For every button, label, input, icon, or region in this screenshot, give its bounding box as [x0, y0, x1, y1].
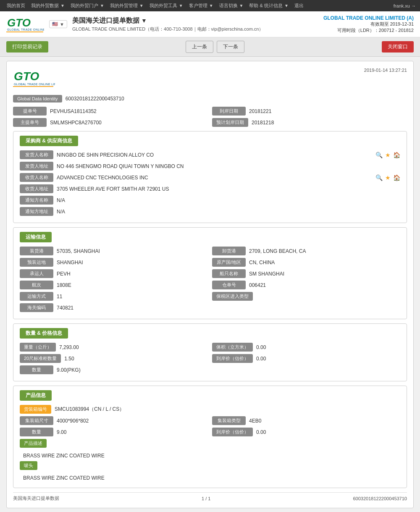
title-dropdown-arrow[interactable]: ▼: [141, 17, 147, 24]
bill-timestamp: 2019-01-14 13:27:21: [364, 68, 407, 73]
container-no-value: SMCU1083994（CN / L / CS）: [55, 406, 400, 413]
nav-foreign-tools[interactable]: 我的外贸工具 ▼: [147, 2, 186, 10]
nav-logout[interactable]: 退出: [292, 2, 306, 10]
prod-desc-label: 产品描述: [20, 439, 47, 448]
flag-dropdown-arrow: ▼: [60, 22, 64, 27]
consignee-name-row: 收货人名称 ADVANCED CNC TECHNOLOGIES INC 🔍 ★ …: [20, 173, 400, 182]
ldr-range: 可用时段（LDR）：200712 - 201812: [323, 27, 414, 34]
top-navigation: 我的首页 我的外贸数据 ▼ 我的外贸门户 ▼ 我的外贸管理 ▼ 我的外贸工具 ▼…: [0, 0, 420, 11]
container-no-label: 货装箱编号: [20, 405, 51, 414]
product-section: 产品信息 货装箱编号 SMCU1083994（CN / L / CS） 集装箱尺…: [13, 386, 407, 488]
toolbar-right: 关闭窗口: [382, 41, 414, 53]
bill-logo-svg: GTO GLOBAL TRADE ONLINE LIMITED: [13, 68, 55, 89]
print-button[interactable]: 打印货易记录: [6, 41, 48, 53]
marks-text: BRASS WIRE ZINC COATED WIRE: [20, 473, 400, 483]
prod-desc-label-row: 产品描述: [20, 439, 400, 448]
top-nav-left: 我的首页 我的外贸数据 ▼ 我的外贸门户 ▼ 我的外贸管理 ▼ 我的外贸工具 ▼…: [4, 2, 306, 10]
volume-col: 体积（立方米） 0.00: [212, 343, 400, 352]
next-button[interactable]: 下一条: [217, 41, 244, 53]
pre-transport-col: 预装运地 SHANGHAI: [20, 258, 208, 267]
consignee-addr-row: 收货人地址 3705 WHEELER AVE FORT SMITH AR 729…: [20, 184, 400, 193]
svg-rect-5: [13, 86, 53, 87]
teu-label: 20尺标准柜数量: [20, 354, 61, 363]
shipper-home-icon[interactable]: 🏠: [393, 152, 400, 158]
shipper-search-icon[interactable]: 🔍: [375, 152, 383, 158]
page-title-text: 美国海关进口提单数据: [72, 16, 139, 25]
quantity-section-title: 数量 & 价格信息: [20, 328, 68, 339]
container-type-label: 集装箱类型: [212, 416, 246, 425]
pre-transport-row: 预装运地 SHANGHAI 原产国/地区 CN, CHINA: [20, 258, 400, 267]
prod-price-label: 到岸价（估价）: [212, 428, 253, 436]
header-title-area: 美国海关进口提单数据 ▼ GLOBAL TRADE ONLINE LIMITED…: [72, 16, 264, 32]
shipper-addr-row: 发货人地址 NO 446 SHENGMO ROAD QIUAI TOWN Y N…: [20, 162, 400, 171]
product-section-title: 产品信息: [20, 390, 52, 401]
consignee-star-icon[interactable]: ★: [385, 174, 391, 181]
voyage-col: 航次 1808E: [20, 281, 208, 289]
supplier-section: 采购商 & 供应商信息 发货人名称 NINGBO DE SHIN PRECISI…: [13, 131, 407, 223]
prod-price-value: 0.00: [256, 429, 400, 435]
teu-col: 20尺标准柜数量 1.50: [20, 354, 208, 363]
svg-text:GTO: GTO: [14, 70, 39, 83]
shipper-name-value: NINGBO DE SHIN PRECISION ALLOY CO: [57, 152, 373, 158]
logo-svg: GTO GLOBAL TRADE ONLINE LIMITED: [6, 15, 44, 34]
arrival-price-label: 到岸价（估价）: [212, 354, 253, 363]
nav-foreign-data[interactable]: 我的外贸数据 ▼: [29, 2, 67, 10]
nav-foreign-mgmt[interactable]: 我的外贸管理 ▼: [108, 2, 146, 10]
transport-mode-label: 运输方式: [20, 292, 53, 301]
bill-footer-page: 1 / 1: [202, 496, 210, 501]
transport-section-title: 运输信息: [20, 232, 52, 242]
prod-price-col: 到岸价（估价） 0.00: [212, 428, 400, 436]
consignee-search-icon[interactable]: 🔍: [375, 174, 383, 181]
warehouse-value: 006421: [249, 282, 400, 288]
carrier-col: 承运人 PEVH: [20, 269, 208, 278]
prod-qty-label: 数量: [20, 428, 53, 436]
customs-row: 海关编码 740821: [20, 303, 400, 312]
nav-foreign-portal[interactable]: 我的外贸门户 ▼: [68, 2, 107, 10]
marks-label: 唛头: [20, 461, 37, 470]
loading-port-label: 装货港: [20, 247, 53, 255]
page-subtitle: GLOBAL TRADE ONLINE LIMITED（电话：400-710-3…: [72, 26, 264, 32]
bonded-label: 保税区进入类型: [212, 292, 253, 301]
planned-arrival-value: 20181218: [252, 120, 407, 126]
master-bill-row: 主提单号 SMLMSHPC8A276700 预计划岸日期 20181218: [13, 118, 407, 127]
consignee-name-with-icons: ADVANCED CNC TECHNOLOGIES INC 🔍 ★ 🏠: [57, 174, 400, 181]
validity-date: 有效期至 2019-12-31: [323, 21, 414, 27]
nav-home[interactable]: 我的首页: [4, 2, 28, 10]
quantity-section: 数量 & 价格信息 重量（公斤） 7,293.00 体积（立方米） 0.00: [13, 323, 407, 381]
prev-button[interactable]: 上一条: [186, 41, 213, 53]
planned-arrival-col: 预计划岸日期 20181218: [212, 118, 407, 127]
shipper-addr-value: NO 446 SHENGMO ROAD QIUAI TOWN Y NINGBO …: [57, 163, 400, 169]
weight-value: 7,293.00: [59, 344, 208, 350]
loading-port-value: 57035, SHANGHAI: [57, 248, 208, 254]
nav-help[interactable]: 帮助 & 统计信息 ▼: [247, 2, 291, 10]
pre-transport-label: 预装运地: [20, 258, 53, 267]
consignee-home-icon[interactable]: 🏠: [393, 174, 400, 181]
nav-language[interactable]: 语言切换 ▼: [217, 2, 246, 10]
supplier-section-title: 采购商 & 供应商信息: [20, 136, 78, 146]
page-header: GTO GLOBAL TRADE ONLINE LIMITED 🇺🇸 ▼ 美国海…: [0, 11, 420, 37]
prod-qty-row: 数量 9.00 到岸价（估价） 0.00: [20, 428, 400, 436]
flag-selector[interactable]: 🇺🇸 ▼: [49, 20, 67, 28]
warehouse-col: 仓单号 006421: [212, 281, 400, 289]
vessel-value: SM SHANGHAI: [249, 271, 400, 277]
arrival-price-col: 到岸价（估价） 0.00: [212, 354, 400, 363]
bill-no-row: 提单号 PEVHUSA18114352 到岸日期 20181221: [13, 107, 407, 116]
shipper-star-icon[interactable]: ★: [385, 152, 391, 158]
origin-label: 原产国/地区: [212, 258, 246, 267]
nav-customer[interactable]: 客户管理 ▼: [186, 2, 216, 10]
notify-addr-row: 通知方地址 N/A: [20, 207, 400, 216]
container-size-row: 集装箱尺寸 4000*906*802 集装箱类型 4EB0: [20, 416, 400, 425]
transport-mode-col: 运输方式 11: [20, 292, 208, 301]
close-button[interactable]: 关闭窗口: [382, 41, 414, 53]
notify-name-row: 通知方名称 N/A: [20, 196, 400, 205]
bill-no-col: 提单号 PEVHUSA18114352: [13, 107, 208, 116]
discharge-port-label: 卸货港: [212, 247, 246, 255]
notify-addr-label: 通知方地址: [20, 207, 53, 216]
carrier-label: 承运人: [20, 269, 53, 278]
container-type-value: 4EB0: [249, 418, 400, 424]
consignee-addr-value: 3705 WHEELER AVE FORT SMITH AR 72901 US: [57, 186, 400, 192]
svg-text:GLOBAL TRADE ONLINE LIMITED: GLOBAL TRADE ONLINE LIMITED: [14, 83, 55, 86]
arrival-date-label: 到岸日期: [212, 107, 246, 116]
transport-section: 运输信息 装货港 57035, SHANGHAI 卸货港 2709, LONG …: [13, 227, 407, 319]
header-left: GTO GLOBAL TRADE ONLINE LIMITED 🇺🇸 ▼ 美国海…: [6, 15, 263, 34]
